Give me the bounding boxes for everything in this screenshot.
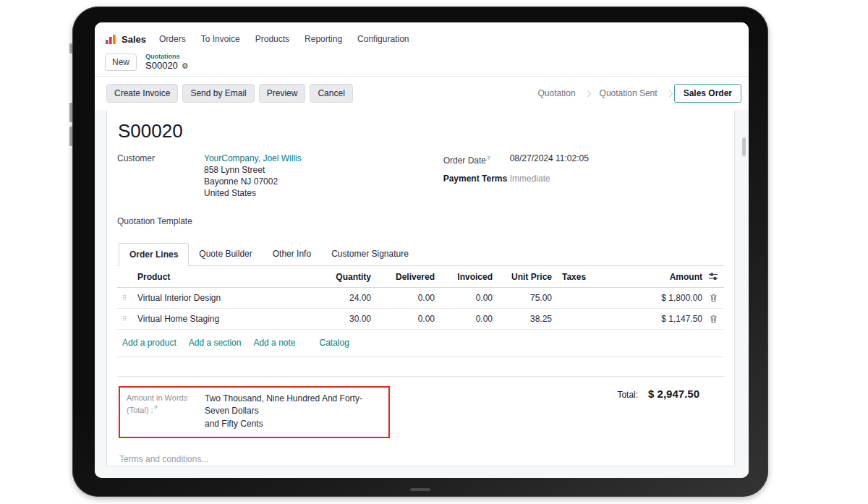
nav-item-orders[interactable]: Orders: [159, 34, 186, 44]
terms-and-conditions-field[interactable]: Terms and conditions...: [117, 454, 724, 464]
column-header-invoiced[interactable]: Invoiced: [435, 272, 493, 282]
send-by-email-button[interactable]: Send by Email: [182, 84, 254, 103]
order-lines-table: Product Quantity Delivered Invoiced Unit…: [117, 266, 724, 377]
drag-handle-icon[interactable]: ⠿: [117, 294, 136, 302]
nav-item-configuration[interactable]: Configuration: [357, 34, 409, 44]
trash-icon: [710, 315, 718, 323]
sales-app-icon: [105, 33, 116, 45]
column-header-product[interactable]: Product: [136, 272, 302, 282]
tab-quote-builder[interactable]: Quote Builder: [189, 243, 262, 266]
action-row: Create Invoice Send by Email Preview Can…: [95, 77, 749, 110]
content-area: S00020 Customer YourCompany, Joel Willis…: [95, 110, 749, 478]
amount-cell: $ 1,147.50: [594, 314, 702, 324]
record-action-buttons: Create Invoice Send by Email Preview Can…: [106, 84, 353, 103]
table-header-row: Product Quantity Delivered Invoiced Unit…: [117, 266, 724, 288]
customer-address-line: Bayonne NJ 07002: [117, 176, 439, 187]
order-date-value[interactable]: 08/27/2024 11:02:05: [510, 153, 589, 166]
tab-other-info[interactable]: Other Info: [263, 243, 321, 266]
form-fields: Customer YourCompany, Joel Willis 858 Ly…: [117, 153, 724, 226]
customer-label: Customer: [117, 153, 204, 164]
total-label: Total:: [617, 390, 638, 400]
app-switcher[interactable]: Sales: [105, 33, 146, 45]
quotation-template-label: Quotation Template: [117, 216, 439, 226]
home-indicator: [410, 488, 430, 491]
trash-icon: [710, 294, 718, 302]
delete-line-button[interactable]: [702, 315, 724, 323]
quantity-cell[interactable]: 30.00: [302, 314, 371, 324]
unit-price-cell[interactable]: 75.00: [493, 293, 552, 303]
delivered-cell[interactable]: 0.00: [371, 293, 435, 303]
scrollbar-thumb[interactable]: [742, 137, 746, 156]
unit-price-cell[interactable]: 38.25: [493, 314, 552, 324]
nav-item-products[interactable]: Products: [255, 34, 289, 44]
status-bar: Quotation Quotation Sent Sales Order: [531, 84, 741, 103]
payment-terms-value[interactable]: Immediate: [510, 173, 550, 184]
app-name[interactable]: Sales: [122, 34, 146, 45]
cancel-button[interactable]: Cancel: [310, 84, 352, 103]
table-row[interactable]: ⠿ Virtual Interior Design 24.00 0.00 0.0…: [117, 288, 724, 309]
status-step-quotation-sent[interactable]: Quotation Sent: [592, 85, 665, 102]
order-date-label: Order Date?: [443, 153, 510, 166]
add-a-note-link[interactable]: Add a note: [253, 338, 295, 348]
customer-link[interactable]: YourCompany, Joel Willis: [204, 153, 302, 164]
amount-in-words-value: Two Thousand, Nine Hundred And Forty-Sev…: [205, 393, 381, 430]
customer-address-line: 858 Lynn Street: [117, 164, 439, 176]
status-step-sales-order[interactable]: Sales Order: [674, 84, 741, 103]
add-a-product-link[interactable]: Add a product: [122, 338, 176, 348]
invoiced-cell[interactable]: 0.00: [435, 293, 493, 303]
preview-button[interactable]: Preview: [259, 84, 306, 103]
line-add-links: Add a product Add a section Add a note C…: [117, 330, 724, 357]
help-icon: ?: [154, 404, 157, 411]
main-navbar: Sales Orders To Invoice Products Reporti…: [95, 22, 749, 51]
delivered-cell[interactable]: 0.00: [371, 314, 435, 324]
amount-in-words-highlight-box: Amount in Words (Total) :? Two Thousand,…: [119, 386, 390, 438]
table-row[interactable]: ⠿ Virtual Home Staging 30.00 0.00 0.00 3…: [117, 309, 724, 330]
new-button[interactable]: New: [105, 54, 137, 71]
column-header-quantity[interactable]: Quantity: [302, 272, 371, 282]
quantity-cell[interactable]: 24.00: [302, 293, 371, 303]
payment-terms-label: Payment Terms: [443, 173, 510, 184]
column-header-amount[interactable]: Amount: [594, 272, 702, 282]
breadcrumb-stack: Quotations S00020 ⚙: [145, 53, 189, 71]
customer-address-line: United States: [117, 187, 439, 199]
column-header-delivered[interactable]: Delivered: [371, 272, 435, 282]
product-cell[interactable]: Virtual Home Staging: [136, 314, 302, 324]
chevron-right-icon: [665, 90, 673, 97]
breadcrumb-current-record: S00020: [145, 61, 178, 72]
drag-handle-icon[interactable]: ⠿: [117, 315, 136, 323]
settings-gear-icon[interactable]: ⚙: [182, 61, 189, 71]
help-icon: ?: [487, 155, 490, 161]
page-title: S00020: [118, 120, 724, 142]
delete-line-button[interactable]: [702, 294, 724, 302]
tab-customer-signature[interactable]: Customer Signature: [321, 243, 419, 266]
device-screen: Sales Orders To Invoice Products Reporti…: [95, 22, 749, 478]
order-total: Total: $ 2,947.50: [617, 386, 724, 400]
form-sheet: S00020 Customer YourCompany, Joel Willis…: [106, 110, 735, 466]
catalog-button[interactable]: Catalog: [320, 338, 349, 348]
chevron-right-icon: [584, 90, 591, 97]
product-cell[interactable]: Virtual Interior Design: [136, 293, 302, 303]
amount-cell: $ 1,800.00: [594, 293, 702, 303]
tablet-frame: Sales Orders To Invoice Products Reporti…: [72, 7, 768, 497]
create-invoice-button[interactable]: Create Invoice: [106, 84, 178, 103]
app-header: Sales Orders To Invoice Products Reporti…: [95, 22, 749, 77]
empty-line-area: [117, 357, 724, 377]
column-header-taxes[interactable]: Taxes: [552, 272, 594, 282]
total-value: $ 2,947.50: [648, 388, 699, 400]
amount-in-words-label: Amount in Words (Total) :?: [127, 393, 196, 430]
optional-columns-icon[interactable]: [702, 273, 724, 281]
nav-item-to-invoice[interactable]: To Invoice: [201, 34, 240, 44]
add-a-section-link[interactable]: Add a section: [189, 338, 242, 348]
nav-item-reporting[interactable]: Reporting: [305, 34, 342, 44]
summary-row: Amount in Words (Total) :? Two Thousand,…: [117, 377, 724, 438]
invoiced-cell[interactable]: 0.00: [435, 314, 493, 324]
tab-order-lines[interactable]: Order Lines: [119, 243, 189, 266]
status-step-quotation[interactable]: Quotation: [531, 85, 583, 102]
notebook-tabs: Order Lines Quote Builder Other Info Cus…: [117, 242, 724, 266]
breadcrumb: New Quotations S00020 ⚙: [95, 51, 749, 76]
column-header-unit-price[interactable]: Unit Price: [493, 272, 552, 282]
